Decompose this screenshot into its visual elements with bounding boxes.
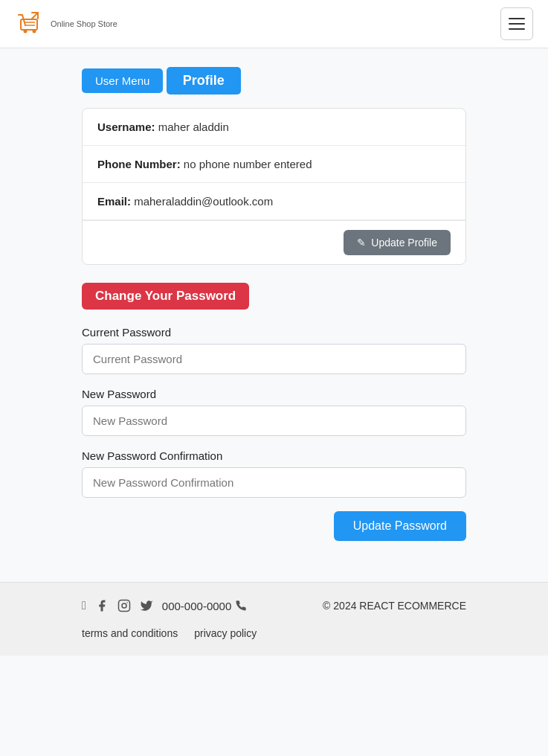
hamburger-button[interactable] — [500, 7, 533, 40]
profile-tab-button[interactable]: Profile — [167, 67, 241, 94]
current-password-group: Current Password — [82, 326, 466, 374]
new-password-group: New Password — [82, 388, 466, 436]
hamburger-line-3 — [509, 28, 525, 30]
terms-link[interactable]: terms and conditions — [82, 627, 178, 639]
confirm-password-label: New Password Confirmation — [82, 449, 466, 462]
current-password-input[interactable] — [82, 344, 466, 374]
footer:  000-000-0000 © 2024 REACT EC — [0, 582, 548, 656]
logo-area: Online Shop Store — [15, 9, 117, 39]
phone-row: Phone Number: no phone number entered — [83, 146, 465, 183]
header: Online Shop Store — [0, 0, 548, 48]
footer-phone: 000-000-0000 — [162, 600, 247, 612]
update-profile-label: Update Profile — [371, 237, 437, 249]
new-password-input[interactable] — [82, 406, 466, 436]
profile-card: Username: maher aladdin Phone Number: no… — [82, 108, 466, 265]
hamburger-line-1 — [509, 18, 525, 19]
facebook-icon[interactable] — [95, 599, 109, 612]
footer-links: terms and conditions privacy policy — [82, 627, 466, 639]
email-label: Email: — [97, 195, 131, 208]
svg-rect-6 — [118, 600, 129, 612]
username-label: Username: — [97, 121, 155, 133]
form-actions: Update Password — [82, 511, 466, 541]
update-profile-button[interactable]: ✎ Update Profile — [344, 230, 451, 255]
twitter-icon[interactable] — [140, 599, 153, 612]
email-row: Email: maheraladdin@outlook.com — [83, 183, 465, 220]
logo-icon — [15, 9, 45, 39]
svg-point-7 — [122, 603, 126, 608]
phone-value: no phone number entered — [184, 158, 312, 170]
edit-icon: ✎ — [357, 237, 366, 249]
footer-social:  000-000-0000 — [82, 599, 247, 612]
svg-point-8 — [126, 602, 128, 603]
svg-point-3 — [24, 30, 28, 33]
hamburger-line-2 — [509, 23, 525, 25]
logo-text: Online Shop Store — [51, 19, 117, 29]
phone-number: 000-000-0000 — [162, 600, 231, 612]
change-password-badge: Change Your Password — [82, 283, 249, 310]
main-content: User Menu Profile Username: maher aladdi… — [0, 48, 548, 560]
privacy-link[interactable]: privacy policy — [194, 627, 257, 639]
footer-top:  000-000-0000 © 2024 REACT EC — [82, 599, 466, 612]
facebook-icon[interactable]:  — [82, 599, 86, 612]
username-row: Username: maher aladdin — [83, 109, 465, 146]
username-value: maher aladdin — [158, 121, 229, 133]
user-menu-button[interactable]: User Menu — [82, 68, 163, 93]
svg-point-4 — [33, 30, 36, 33]
new-password-label: New Password — [82, 388, 466, 400]
email-value: maheraladdin@outlook.com — [134, 195, 273, 208]
update-password-button[interactable]: Update Password — [334, 511, 466, 541]
current-password-label: Current Password — [82, 326, 466, 339]
profile-actions: ✎ Update Profile — [83, 220, 465, 264]
phone-icon — [235, 600, 247, 612]
footer-copyright: © 2024 REACT ECOMMERCE — [323, 600, 466, 612]
svg-line-5 — [32, 13, 38, 19]
phone-label: Phone Number: — [97, 158, 181, 170]
instagram-icon[interactable] — [117, 599, 131, 612]
confirm-password-input[interactable] — [82, 467, 466, 498]
confirm-password-group: New Password Confirmation — [82, 449, 466, 498]
